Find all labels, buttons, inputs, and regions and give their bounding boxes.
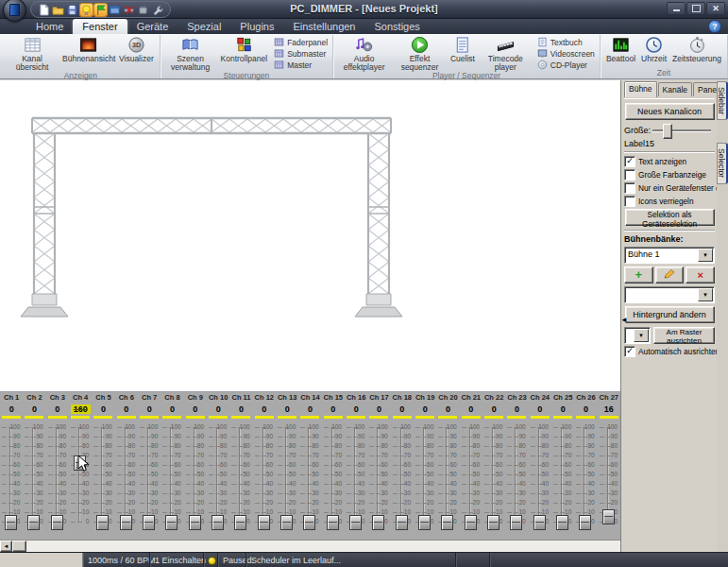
sidebar-tab-kan-le[interactable]: Kanäle <box>658 82 692 96</box>
fader-tick-label: 80 <box>518 442 525 450</box>
fader-tick: 60 <box>529 465 550 466</box>
checkbox-nur-ein-ger-tefenster-ffnen[interactable]: Nur ein Gerätefenster öffnen <box>624 182 715 194</box>
fader-knob[interactable] <box>280 515 293 530</box>
scroll-left-button[interactable]: ◄ <box>0 541 12 552</box>
fader-knob[interactable] <box>51 515 63 530</box>
fader-knob[interactable] <box>418 515 431 530</box>
restore-button[interactable] <box>686 2 705 15</box>
help-icon[interactable]: ? <box>708 20 721 33</box>
raster-size-select[interactable]: ▼ <box>624 327 651 344</box>
ribbon-button-effekt-sequenzer[interactable]: Effekt sequenzer <box>392 35 448 71</box>
channel-value: 0 <box>529 403 551 415</box>
fader-tick: 10 <box>529 512 550 513</box>
dock-tab-selector[interactable]: Selector <box>717 143 728 183</box>
fader-knob[interactable] <box>27 515 40 530</box>
edit-bank-button[interactable] <box>655 266 685 284</box>
dropdown-button[interactable]: ▼ <box>698 288 713 301</box>
fader-tick-label: 30 <box>174 490 180 497</box>
fader-knob[interactable] <box>579 515 591 530</box>
tab-home[interactable]: Home <box>26 19 73 34</box>
ribbon-button-b-hnenansicht[interactable]: Bühnenansicht <box>59 35 116 63</box>
fader-knob[interactable] <box>349 515 362 530</box>
new-channel-icon-button[interactable]: Neues Kanalicon <box>625 103 715 120</box>
fader-knob[interactable] <box>487 515 499 530</box>
ribbon-button-uhrzeit[interactable]: Uhrzeit <box>638 35 669 63</box>
fader-tick: 80 <box>253 446 275 447</box>
fader-knob[interactable] <box>465 515 477 530</box>
add-bank-button[interactable]: + <box>624 266 653 284</box>
dropdown-button[interactable]: ▼ <box>698 249 713 262</box>
fader-knob[interactable] <box>96 515 109 530</box>
ribbon-button-cuelist[interactable]: Cuelist <box>448 35 478 63</box>
fader-knob[interactable] <box>258 515 270 530</box>
sidebar-tab-b-hne[interactable]: Bühne <box>624 81 657 97</box>
tab-spezial[interactable]: Spezial <box>178 19 230 34</box>
fader-tick: 90 <box>184 437 206 438</box>
fader-knob[interactable] <box>533 515 546 530</box>
ribbon-button-kanal-bersicht[interactable]: Kanal übersicht <box>5 35 59 71</box>
close-button[interactable]: ✕ <box>706 2 725 15</box>
selection-as-device-button[interactable]: Selektion als Geräteselektion <box>625 209 715 226</box>
fader-knob[interactable] <box>441 515 453 530</box>
tab-plugins[interactable]: Plugins <box>230 19 283 34</box>
ribbon-button-zeitsteuerung[interactable]: Zeitsteuerung <box>669 35 724 63</box>
minimize-button[interactable] <box>667 2 686 15</box>
fader-knob[interactable] <box>120 515 132 530</box>
ribbon-button-audio-effektplayer[interactable]: Audio effektplayer <box>336 35 392 71</box>
fader-knob[interactable] <box>602 509 615 524</box>
fader-knob[interactable] <box>5 515 17 530</box>
tab-einstellungen[interactable]: Einstellungen <box>283 19 364 34</box>
fader-tick: 90 <box>229 437 251 438</box>
fader-tick-label: 90 <box>611 433 618 440</box>
fader-tick: 10 <box>253 512 275 513</box>
stage-canvas[interactable] <box>0 80 620 392</box>
checkbox-gro-e-farbanzeige[interactable]: Große Farbanzeige <box>624 169 715 180</box>
ribbon-button-timecode-player[interactable]: Timecode player <box>478 35 533 71</box>
fader-knob[interactable] <box>303 515 315 530</box>
change-background-button[interactable]: Hintergrund ändern <box>625 306 715 323</box>
dock-tab-sidebar[interactable]: Sidebar <box>717 81 728 120</box>
fader-knob[interactable] <box>189 515 201 530</box>
fader-knob[interactable] <box>510 515 522 530</box>
sidebar-collapse-icon[interactable]: ◄ <box>620 317 628 324</box>
fader-knob[interactable] <box>372 515 384 530</box>
fader-knob[interactable] <box>143 515 155 530</box>
ribbon-button-beattool[interactable]: Beattool <box>603 35 638 63</box>
fader-tick-label: 40 <box>449 480 456 488</box>
fader-knob[interactable] <box>165 515 178 530</box>
slider-thumb[interactable] <box>663 124 672 139</box>
ribbon-button-label: Master <box>287 60 312 70</box>
fader-knob[interactable] <box>396 515 408 530</box>
auto-align-checkbox[interactable]: ✓ Automatisch ausrichten <box>624 346 715 357</box>
fader-knob[interactable] <box>556 515 568 530</box>
checkbox-icons-verriegeln[interactable]: Icons verriegeln <box>624 196 715 207</box>
tab-ger-te[interactable]: Geräte <box>127 19 178 34</box>
align-to-raster-button[interactable]: Am Raster ausrichten <box>653 327 715 344</box>
scrollbar-thumb[interactable] <box>12 541 26 552</box>
delete-bank-button[interactable]: × <box>686 266 715 284</box>
fader-knob[interactable] <box>327 515 339 530</box>
fader-knob[interactable] <box>212 515 224 530</box>
fader-tick-label: 80 <box>335 442 342 450</box>
fader-tick: 90 <box>598 437 619 438</box>
tab-fenster[interactable]: Fenster <box>73 19 127 34</box>
tab-sonstiges[interactable]: Sonstiges <box>365 19 430 34</box>
fader-tick-label: 30 <box>312 490 318 497</box>
ribbon-button-cd-player[interactable]: CD-Player <box>537 60 595 70</box>
ribbon-button-master[interactable]: Master <box>274 60 328 70</box>
fader-tick: 40 <box>138 484 160 485</box>
fader-tick-label: 50 <box>473 471 480 478</box>
ribbon-button-szenen-verwaltung[interactable]: Szenen verwaltung <box>163 35 218 71</box>
ribbon-button-kontrollpanel[interactable]: Kontrollpanel <box>218 35 271 63</box>
fader-knob[interactable] <box>74 455 86 471</box>
fader-tick-label: 30 <box>381 490 387 497</box>
stage-bank-select[interactable]: Bühne 1 ▼ <box>624 247 715 264</box>
fader-knob[interactable] <box>234 515 246 530</box>
background-select[interactable]: ▼ <box>624 286 715 303</box>
fader-scrollbar[interactable]: ◄ <box>0 540 620 552</box>
checkbox-text-anzeigen[interactable]: ✓Text anzeigen <box>624 156 715 167</box>
ribbon-button-visualizer[interactable]: 3DVisualizer <box>116 35 157 63</box>
dropdown-button[interactable]: ▼ <box>634 329 649 342</box>
fader-tick-label: 0 <box>568 518 572 525</box>
size-slider[interactable] <box>652 124 711 137</box>
